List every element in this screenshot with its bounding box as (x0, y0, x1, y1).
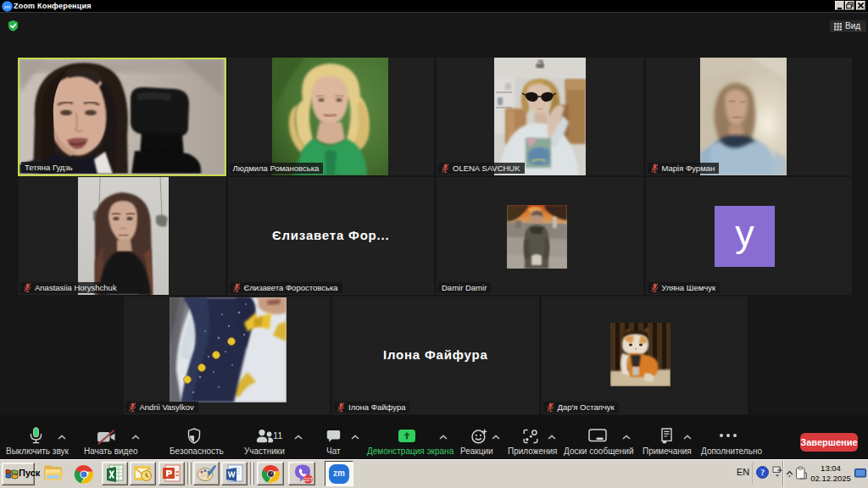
svg-text:zm: zm (4, 4, 11, 9)
svg-text:227: 227 (303, 477, 313, 482)
svg-text:?: ? (760, 469, 765, 477)
